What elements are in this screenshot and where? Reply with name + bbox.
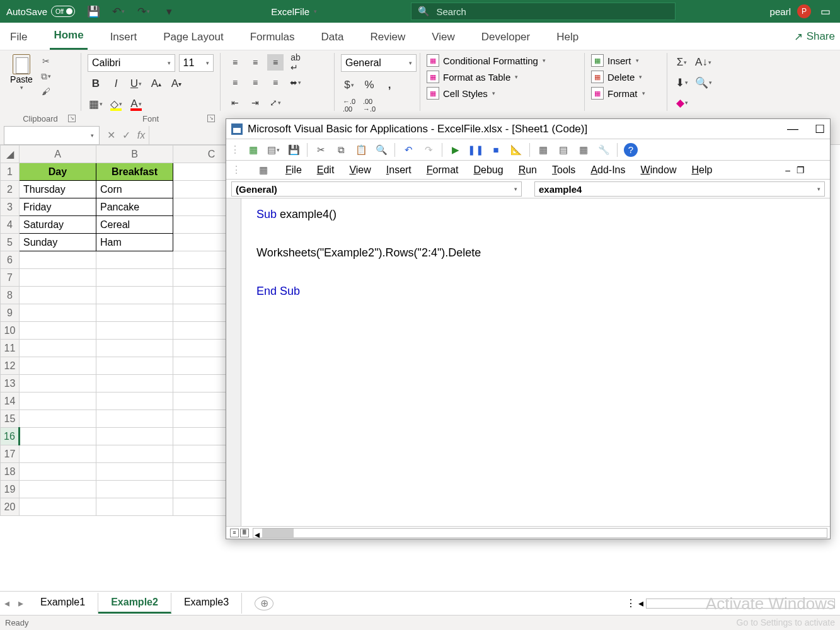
row-header[interactable]: 13 xyxy=(1,375,20,392)
cell[interactable] xyxy=(96,445,173,463)
cell[interactable]: Saturday xyxy=(20,216,96,234)
row-header[interactable]: 11 xyxy=(1,340,20,357)
find-icon[interactable]: 🔍 xyxy=(374,143,388,157)
object-browser-icon[interactable]: ▦ xyxy=(577,143,590,157)
font-name-dropdown[interactable]: Calibri▾ xyxy=(88,54,175,72)
vbe-menu-file[interactable]: File xyxy=(285,164,302,176)
cell[interactable] xyxy=(20,304,96,322)
font-color-button[interactable]: A▾ xyxy=(128,96,144,112)
tab-help[interactable]: Help xyxy=(553,26,582,50)
design-mode-icon[interactable]: 📐 xyxy=(509,143,523,157)
row-header[interactable]: 20 xyxy=(1,498,20,516)
scroll-left-icon[interactable]: ◂ xyxy=(638,597,643,609)
code-window-icon[interactable]: ▦ xyxy=(256,163,270,177)
avatar[interactable]: P xyxy=(797,4,811,18)
cell[interactable] xyxy=(96,498,173,516)
vbe-menu-format[interactable]: Format xyxy=(427,164,459,176)
accounting-format-icon[interactable]: $▾ xyxy=(341,77,357,93)
number-format-dropdown[interactable]: General▾ xyxy=(341,54,417,72)
paste-button[interactable]: Paste ▾ xyxy=(6,54,37,98)
sheet-tab-example2[interactable]: Example2 xyxy=(98,593,171,614)
underline-button[interactable]: U▾ xyxy=(128,76,144,92)
row-header[interactable]: 14 xyxy=(1,392,20,410)
merge-center-icon[interactable]: ⬌▾ xyxy=(287,74,304,91)
full-module-view-icon[interactable]: ≡ xyxy=(230,529,239,537)
comma-format-icon[interactable]: , xyxy=(381,77,398,93)
clear-icon[interactable]: ◆▾ xyxy=(674,94,690,111)
cell[interactable]: Friday xyxy=(20,198,96,216)
fill-icon[interactable]: ⬇▾ xyxy=(674,74,690,91)
decrease-indent-icon[interactable]: ⇤ xyxy=(227,94,243,111)
cell[interactable] xyxy=(20,322,96,340)
cell[interactable] xyxy=(20,410,96,428)
cell[interactable] xyxy=(20,251,96,269)
row-header[interactable]: 3 xyxy=(1,198,20,216)
row-header[interactable]: 19 xyxy=(1,481,20,498)
tab-insert[interactable]: Insert xyxy=(106,26,141,50)
cell[interactable] xyxy=(96,304,173,322)
workbook-name[interactable]: ExcelFile▾ xyxy=(271,6,317,17)
ribbon-display-icon[interactable]: ▭ xyxy=(817,3,834,20)
horizontal-scrollbar[interactable] xyxy=(646,598,835,609)
tab-developer[interactable]: Developer xyxy=(478,26,534,50)
align-left-icon[interactable]: ≡ xyxy=(227,74,243,91)
cut-icon[interactable]: ✂ xyxy=(314,143,328,157)
wrap-text-icon[interactable]: ab↵ xyxy=(287,54,304,71)
autosum-icon[interactable]: Σ▾ xyxy=(674,54,690,71)
code-horizontal-scrollbar[interactable]: ◂ xyxy=(253,528,827,538)
row-header[interactable]: 9 xyxy=(1,304,20,322)
cell[interactable] xyxy=(96,269,173,287)
delete-cells-button[interactable]: ▦ Delete▾ xyxy=(591,71,660,83)
column-header[interactable]: A xyxy=(20,146,96,163)
cell[interactable] xyxy=(20,445,96,463)
conditional-formatting-button[interactable]: ▦ Conditional Formatting▾ xyxy=(427,54,578,67)
view-excel-icon[interactable]: ▦ xyxy=(246,143,260,157)
cell[interactable] xyxy=(96,481,173,498)
redo-icon[interactable]: ↷▾ xyxy=(135,3,152,20)
decrease-decimal-icon[interactable]: .00→.0 xyxy=(361,97,377,113)
paste-icon[interactable]: 📋 xyxy=(354,143,368,157)
orientation-icon[interactable]: ⤢▾ xyxy=(267,94,284,111)
select-all-corner[interactable]: ◢ xyxy=(1,146,20,163)
vbe-menu-edit[interactable]: Edit xyxy=(317,164,335,176)
cell[interactable] xyxy=(20,463,96,481)
sheet-nav-prev[interactable]: ◂ xyxy=(0,597,14,609)
font-dialog-launcher[interactable]: ↘ xyxy=(207,115,215,122)
tab-data[interactable]: Data xyxy=(318,26,348,50)
tab-view[interactable]: View xyxy=(428,26,459,50)
increase-indent-icon[interactable]: ⇥ xyxy=(247,94,263,111)
format-as-table-button[interactable]: ▦ Format as Table▾ xyxy=(427,71,578,83)
row-header[interactable]: 15 xyxy=(1,410,20,428)
mdi-restore-button[interactable]: ❐ xyxy=(797,165,805,175)
cell[interactable] xyxy=(20,269,96,287)
decrease-font-icon[interactable]: A▾ xyxy=(168,76,185,92)
autosave-toggle[interactable]: AutoSave Off xyxy=(6,6,75,17)
align-right-icon[interactable]: ≡ xyxy=(267,74,284,91)
vbe-menu-help[interactable]: Help xyxy=(691,164,712,176)
cell-styles-button[interactable]: ▦ Cell Styles▾ xyxy=(427,87,578,100)
cancel-icon[interactable]: ✕ xyxy=(103,129,118,141)
project-explorer-icon[interactable]: ▦ xyxy=(536,143,550,157)
percent-format-icon[interactable]: % xyxy=(361,77,377,93)
row-header[interactable]: 18 xyxy=(1,463,20,481)
align-middle-icon[interactable]: ≡ xyxy=(247,54,263,71)
increase-font-icon[interactable]: A▴ xyxy=(148,76,164,92)
qat-more-icon[interactable]: ▾ xyxy=(161,3,177,20)
row-header[interactable]: 2 xyxy=(1,181,20,198)
insert-module-icon[interactable]: ▤▾ xyxy=(267,143,280,157)
run-icon[interactable]: ▶ xyxy=(449,143,463,157)
column-header[interactable]: B xyxy=(96,146,173,163)
undo-icon[interactable]: ↶ xyxy=(401,143,415,157)
vbe-menu-debug[interactable]: Debug xyxy=(474,164,503,176)
tab-review[interactable]: Review xyxy=(366,26,409,50)
cut-icon[interactable]: ✂ xyxy=(39,54,53,68)
clipboard-dialog-launcher[interactable]: ↘ xyxy=(68,115,76,122)
maximize-button[interactable]: ☐ xyxy=(815,122,825,136)
cell[interactable]: Ham xyxy=(96,234,173,251)
code-editor[interactable]: Sub example4() Worksheets("Example2").Ro… xyxy=(241,198,830,526)
save-icon[interactable]: 💾 xyxy=(287,143,301,157)
sheet-tab-example1[interactable]: Example1 xyxy=(28,593,98,614)
sort-filter-icon[interactable]: A↓▾ xyxy=(695,54,711,71)
redo-icon[interactable]: ↷ xyxy=(422,143,435,157)
increase-decimal-icon[interactable]: ←.0.00 xyxy=(341,97,357,113)
